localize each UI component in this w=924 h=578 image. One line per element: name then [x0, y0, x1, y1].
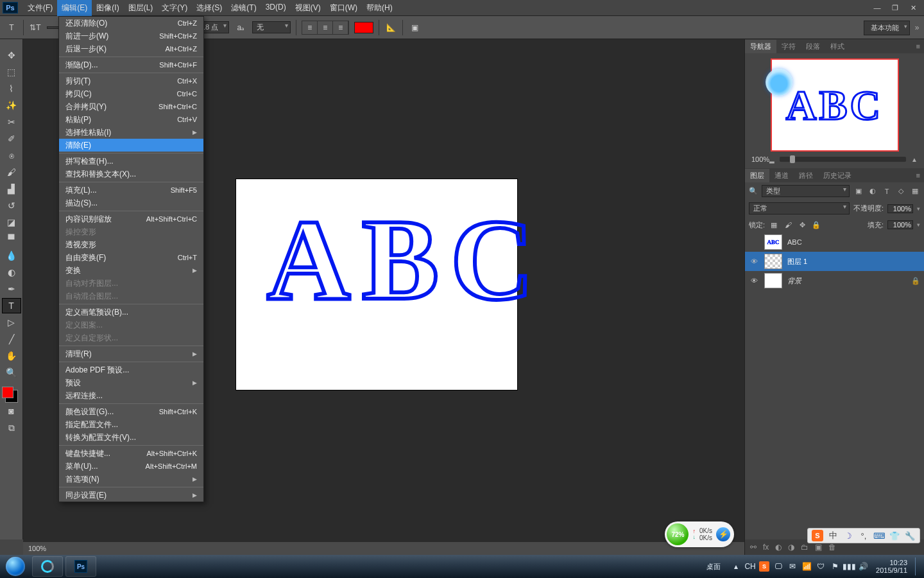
menu-4[interactable]: 文字(Y) [157, 0, 192, 16]
menu-item[interactable]: 渐隐(D)...Shift+Ctrl+F [59, 58, 203, 71]
ime-settings-icon[interactable]: 🔧 [904, 530, 916, 541]
menu-item[interactable]: 后退一步(K)Alt+Ctrl+Z [59, 42, 203, 55]
fill-value[interactable]: 100% [887, 220, 913, 229]
menu-item[interactable]: 指定配置文件... [59, 418, 203, 431]
menu-item[interactable]: 透视变形 [59, 238, 203, 251]
canvas-zoom-value[interactable]: 100% [28, 545, 46, 552]
new-layer-icon[interactable]: ▣ [815, 543, 822, 552]
window-minimize-button[interactable]: — [869, 2, 886, 13]
accelerate-button[interactable]: ⚡ [716, 527, 730, 541]
blend-mode-select[interactable]: 正常 [749, 202, 850, 215]
ime-toolbar[interactable]: S 中 ☽ °, ⌨ 👕 🔧 [807, 528, 920, 543]
crop-tool[interactable]: ✂ [2, 114, 21, 130]
show-desktop-label[interactable]: 桌面 [700, 562, 727, 572]
menu-item[interactable]: 定义画笔预设(B)... [59, 306, 203, 319]
menu-item[interactable]: 填充(L)...Shift+F5 [59, 184, 203, 197]
menu-item[interactable]: 转换为配置文件(V)... [59, 431, 203, 444]
blur-tool[interactable]: 💧 [2, 248, 21, 263]
layer-group-icon[interactable]: 🗀 [801, 543, 809, 552]
performance-monitor-widget[interactable]: 72% ↑↓ 0K/s0K/s ⚡ [665, 521, 734, 547]
tray-lang-label[interactable]: CH [745, 561, 755, 572]
layer-fx-icon[interactable]: fx [763, 543, 769, 552]
ime-punct-icon[interactable]: °, [858, 530, 869, 541]
text-orientation-icon[interactable]: ⇅T [29, 21, 42, 34]
paragraph-tab[interactable]: 段落 [801, 40, 825, 53]
menu-item[interactable]: 前进一步(W)Shift+Ctrl+Z [59, 30, 203, 42]
eraser-tool[interactable]: ◪ [2, 215, 21, 230]
visibility-icon[interactable]: 👁 [749, 258, 759, 265]
move-tool[interactable]: ✥ [2, 48, 21, 63]
visibility-icon[interactable]: 👁 [749, 277, 759, 285]
history-brush-tool[interactable]: ↺ [2, 198, 21, 213]
navigator-zoom-label[interactable]: 100% [751, 155, 769, 163]
menu-item[interactable]: 键盘快捷键...Alt+Shift+Ctrl+K [59, 447, 203, 460]
tray-signal-icon[interactable]: ▮▮▮ [844, 561, 854, 572]
document-canvas[interactable]: ABC [236, 179, 517, 390]
magic-wand-tool[interactable]: ✨ [2, 98, 21, 113]
paths-tab[interactable]: 路径 [794, 169, 818, 182]
taskbar-browser-button[interactable] [32, 556, 63, 577]
menu-1[interactable]: 编辑(E) [57, 0, 92, 16]
menu-7[interactable]: 3D(D) [261, 0, 291, 16]
menu-9[interactable]: 窗口(W) [325, 0, 362, 16]
menu-item[interactable]: 剪切(T)Ctrl+X [59, 74, 203, 87]
align-right-button[interactable]: ≡ [333, 21, 348, 34]
menu-5[interactable]: 选择(S) [192, 0, 227, 16]
filter-shape-icon[interactable]: ◇ [896, 186, 906, 197]
menu-item[interactable]: 清除(E) [59, 139, 203, 152]
lock-all-icon[interactable]: 🔒 [811, 220, 821, 230]
menu-item[interactable]: 描边(S)... [59, 197, 203, 209]
menu-item[interactable]: 拼写检查(H)... [59, 155, 203, 168]
path-select-tool[interactable]: ▷ [2, 315, 21, 330]
character-tab[interactable]: 字符 [776, 40, 801, 53]
tray-sogou-icon[interactable]: S [759, 561, 769, 572]
delete-layer-icon[interactable]: 🗑 [828, 543, 836, 552]
menu-item[interactable]: Adobe PDF 预设... [59, 363, 203, 376]
tray-flag-icon[interactable]: ⚑ [830, 561, 840, 572]
ime-keyboard-icon[interactable]: ⌨ [873, 530, 885, 541]
type-tool[interactable]: T [2, 298, 21, 313]
eyedropper-tool[interactable]: ✐ [2, 131, 21, 146]
layer-item[interactable]: 👁背景🔒 [745, 271, 924, 290]
menu-item[interactable]: 远程连接... [59, 389, 203, 402]
hand-tool[interactable]: ✋ [2, 348, 21, 363]
layer-filter-select[interactable]: 类型 [762, 185, 850, 197]
collapse-panels-icon[interactable]: » [912, 23, 921, 32]
warp-text-icon[interactable]: 📐 [384, 21, 397, 34]
tray-wifi-icon[interactable]: 📶 [801, 561, 812, 572]
menu-item[interactable]: 颜色设置(G)...Shift+Ctrl+K [59, 405, 203, 418]
gradient-tool[interactable]: ▀ [2, 231, 21, 247]
shape-tool[interactable]: ╱ [2, 331, 21, 347]
antialias-select[interactable]: 无 [252, 21, 291, 33]
layers-tab[interactable]: 图层 [745, 169, 769, 182]
color-wells[interactable] [5, 390, 18, 403]
navigator-thumbnail[interactable]: ABC [771, 58, 899, 152]
tray-chevron-icon[interactable]: ▴ [731, 561, 741, 572]
start-button[interactable] [0, 555, 31, 578]
text-color-swatch[interactable] [354, 22, 373, 33]
navigator-tab[interactable]: 导航器 [745, 40, 776, 53]
workspace-select[interactable]: 基本功能 [864, 21, 910, 35]
align-left-button[interactable]: ≡ [302, 21, 318, 34]
ime-moon-icon[interactable]: ☽ [843, 530, 854, 541]
clone-stamp-tool[interactable]: ▟ [2, 181, 21, 197]
menu-item[interactable]: 首选项(N)▶ [59, 473, 203, 486]
brush-tool[interactable]: 🖌 [2, 164, 21, 180]
ime-skin-icon[interactable]: 👕 [889, 530, 900, 541]
menu-item[interactable]: 变换▶ [59, 264, 203, 277]
menu-item[interactable]: 粘贴(P)Ctrl+V [59, 113, 203, 126]
menu-0[interactable]: 文件(F) [23, 0, 57, 16]
healing-brush-tool[interactable]: ⍟ [2, 148, 21, 163]
channels-tab[interactable]: 通道 [769, 169, 794, 182]
show-desktop-button[interactable] [915, 557, 920, 575]
menu-item[interactable]: 同步设置(E)▶ [59, 489, 203, 502]
tray-clock[interactable]: 10:23 2015/9/11 [872, 559, 911, 574]
tray-volume-icon[interactable]: 🔊 [858, 561, 868, 572]
screen-mode-toggle[interactable]: ⧉ [2, 420, 21, 435]
menu-item[interactable]: 菜单(U)...Alt+Shift+Ctrl+M [59, 460, 203, 473]
tray-shield-icon[interactable]: 🛡 [816, 561, 826, 572]
menu-item[interactable]: 还原清除(O)Ctrl+Z [59, 17, 203, 30]
quick-mask-toggle[interactable]: ◙ [2, 403, 21, 419]
styles-tab[interactable]: 样式 [825, 40, 850, 53]
opacity-value[interactable]: 100% [887, 204, 913, 213]
